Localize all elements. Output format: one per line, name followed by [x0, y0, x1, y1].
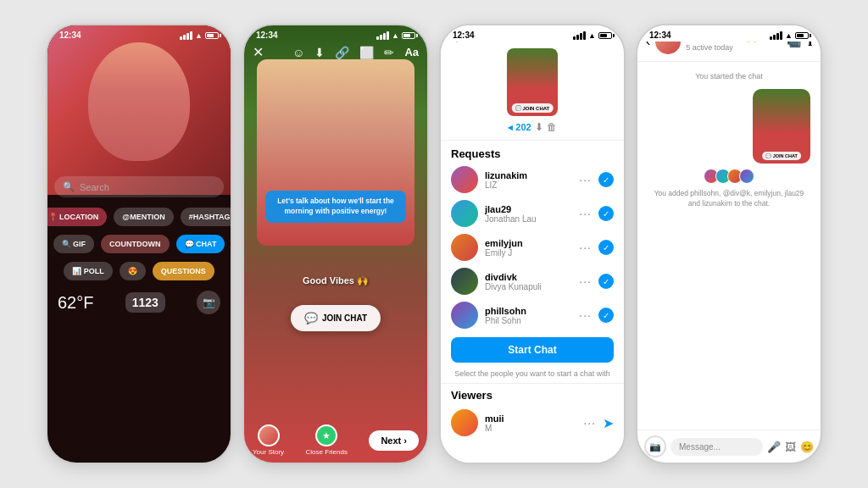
user-row-1[interactable]: lizunakim LIZ ··· ✓	[441, 163, 624, 197]
more-icon-viewer[interactable]: ···	[583, 416, 596, 430]
next-button[interactable]: Next ›	[369, 430, 419, 451]
mention-sticker[interactable]: @MENTION	[114, 208, 173, 226]
chat-story-thumbnail: 💬 JOIN CHAT	[753, 89, 810, 164]
user-handle-1: lizunakim	[485, 170, 572, 180]
story-tools-right: ☺ ⬇ 🔗 ⬜ ✏ Aa	[292, 46, 419, 59]
chat-sticker[interactable]: 💬 CHAT	[176, 235, 225, 253]
delete-small-icon[interactable]: 🗑	[547, 121, 557, 133]
sticker-tool-icon[interactable]: ⬜	[359, 46, 374, 59]
more-icon-1[interactable]: ···	[579, 173, 592, 186]
viewer-handle-1: muii	[485, 413, 576, 424]
user-handle-5: phillsohn	[485, 306, 572, 316]
status-bar-4: 12:34 ▲	[637, 25, 821, 42]
user-row-2[interactable]: jlau29 Jonathan Lau ··· ✓	[441, 197, 624, 230]
join-chat-button[interactable]: 💬 JOIN CHAT	[291, 305, 381, 331]
search-bar[interactable]: 🔍 Search	[54, 176, 224, 197]
check-2[interactable]: ✓	[598, 206, 614, 221]
countdown-sticker[interactable]: COUNTDOWN	[101, 235, 170, 253]
requests-section: Requests lizunakim LIZ ··· ✓ jlau29 Jona…	[441, 141, 624, 463]
poll-sticker[interactable]: 📊 POLL	[64, 262, 113, 280]
draw-icon[interactable]: ✏	[384, 46, 394, 59]
gif-sticker[interactable]: 🔍 GIF	[53, 235, 95, 253]
battery-icon	[205, 32, 219, 39]
text-icon[interactable]: Aa	[404, 46, 419, 58]
viewer-name-1: M	[485, 424, 576, 433]
added-message: You added phillsohn, @div@k, emilyjun, j…	[644, 187, 814, 211]
cluster-avatar-4	[739, 169, 754, 184]
phone-group-chat: 12:34 ▲ ‹ Good Vibes 🙌 5 active today 📹 …	[636, 24, 822, 464]
status-bar-3: 12:34 ▲	[441, 25, 624, 42]
added-members-area: You added phillsohn, @div@k, emilyjun, j…	[644, 169, 814, 211]
your-story-avatar	[258, 424, 280, 446]
more-icon-5[interactable]: ···	[579, 308, 592, 322]
battery-icon-4	[795, 32, 809, 39]
user-info-5: phillsohn Phil Sohn	[485, 306, 572, 325]
location-sticker[interactable]: 📍 LOCATION	[46, 208, 107, 226]
sticker-row-1: 📍 LOCATION @MENTION #HASHTAG	[54, 208, 224, 226]
user-handle-2: jlau29	[485, 204, 572, 214]
signal-icon-3	[573, 31, 586, 40]
emoji-sticker[interactable]: 😍	[120, 262, 146, 280]
download-small-icon[interactable]: ⬇	[535, 121, 543, 133]
time-4: 12:34	[649, 30, 671, 40]
user-info-4: divdivk Divya Kunapuli	[485, 272, 572, 291]
phone-story-editor: 12:34 ▲ ✕ ☺ ⬇ 🔗 ⬜ ✏ Aa Let's talk about …	[242, 24, 429, 464]
number-sticker[interactable]: 1123	[125, 292, 165, 313]
check-1[interactable]: ✓	[598, 172, 614, 187]
close-friends-option[interactable]: ★ Close Friends	[306, 424, 348, 456]
check-5[interactable]: ✓	[598, 308, 614, 323]
view-count-row: ◂ 202 ⬇ 🗑	[508, 121, 556, 133]
more-icon-4[interactable]: ···	[579, 274, 592, 288]
user-row-5[interactable]: phillsohn Phil Sohn ··· ✓	[441, 298, 624, 332]
user-name-2: Jonathan Lau	[485, 214, 572, 224]
start-chat-button[interactable]: Start Chat	[451, 337, 614, 363]
camera-button[interactable]: 📷	[197, 291, 220, 314]
emoji-input-icon[interactable]: 😊	[800, 441, 814, 453]
message-input[interactable]: Message...	[670, 438, 763, 456]
requests-title-area: Requests	[441, 141, 624, 163]
close-icon[interactable]: ✕	[253, 44, 264, 60]
questions-sticker[interactable]: QUESTIONS	[153, 262, 214, 280]
check-3[interactable]: ✓	[598, 240, 614, 255]
hashtag-sticker[interactable]: #HASHTAG	[181, 208, 232, 226]
user-info-1: lizunakim LIZ	[485, 170, 572, 190]
check-4[interactable]: ✓	[598, 274, 614, 289]
story-bottom-bar: Your Story ★ Close Friends Next ›	[244, 424, 427, 456]
status-icons-3: ▲	[573, 31, 612, 40]
story-text-overlay: Let's talk about how we'll start the mor…	[265, 191, 406, 223]
battery-icon-3	[598, 32, 612, 39]
emoji-tool-icon[interactable]: ☺	[292, 46, 304, 59]
system-message-started: You started the chat	[644, 69, 814, 84]
send-icon[interactable]: ➤	[603, 415, 614, 431]
user-avatar-2	[451, 200, 478, 227]
more-icon-2[interactable]: ···	[579, 207, 592, 220]
avatar-cluster	[704, 169, 754, 184]
search-placeholder: Search	[80, 182, 109, 192]
more-icon-3[interactable]: ···	[579, 241, 592, 254]
battery-icon-2	[402, 32, 415, 39]
requests-title: Requests	[451, 147, 501, 160]
download-icon[interactable]: ⬇	[314, 46, 325, 59]
chat-bubble-icon: 💬	[304, 312, 318, 324]
user-name-5: Phil Sohn	[485, 316, 572, 325]
user-row-3[interactable]: emilyjun Emily J ··· ✓	[441, 230, 624, 264]
status-icons-2: ▲	[376, 31, 415, 40]
link-icon[interactable]: 🔗	[335, 46, 349, 59]
user-row-4[interactable]: divdivk Divya Kunapuli ··· ✓	[441, 264, 624, 298]
wifi-icon-2: ▲	[392, 31, 399, 40]
story-header-area: ⚙ ⬇ 🗑 ✕ 💬 JOIN CHAT ◂ 202 ⬇ 🗑	[441, 25, 624, 141]
your-story-option[interactable]: Your Story	[253, 424, 284, 456]
viewer-row-1[interactable]: muii M ··· ➤	[441, 406, 624, 440]
time-1: 12:34	[59, 30, 81, 40]
chat-input-bar: 📷 Message... 🎤 🖼 😊	[637, 430, 821, 463]
viewer-info-1: muii M	[485, 413, 576, 433]
story-thumbnail: 💬 JOIN CHAT	[507, 48, 558, 116]
close-friends-avatar: ★	[315, 424, 337, 446]
mic-icon[interactable]: 🎤	[767, 441, 781, 453]
sticker-row-3: 📊 POLL 😍 QUESTIONS	[54, 262, 224, 280]
signal-icon-4	[770, 31, 782, 40]
gallery-icon[interactable]: 🖼	[785, 441, 796, 453]
viewer-avatar-1	[451, 409, 478, 436]
start-chat-label: Start Chat	[508, 344, 556, 356]
camera-input-button[interactable]: 📷	[644, 435, 666, 458]
